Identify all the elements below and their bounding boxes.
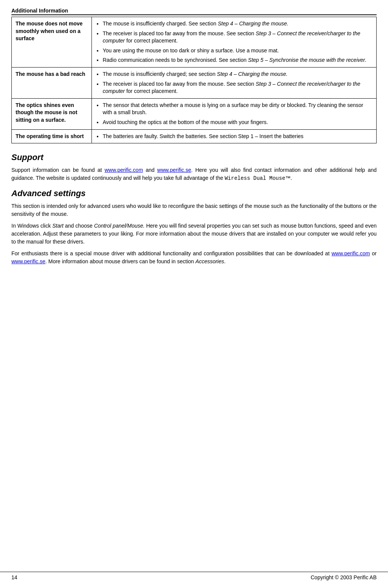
advanced-section-body: This section is intended only for advanc…: [11, 202, 377, 266]
list-item: The batteries are faulty. Switch the bat…: [103, 133, 372, 140]
perific-com-link-2[interactable]: www.perific.com: [331, 250, 370, 256]
table-row: The optics shines even though the mouse …: [12, 98, 377, 129]
advanced-para-3: For enthusiasts there is a special mouse…: [11, 250, 377, 266]
table-row: The mouse does not move smoothly when us…: [12, 17, 377, 68]
problem-label: The optics shines even though the mouse …: [16, 102, 77, 123]
troubleshooting-table: The mouse does not move smoothly when us…: [11, 17, 377, 143]
advanced-para-2: In Windows click Start and choose Contro…: [11, 222, 377, 246]
list-item: Radio communication needs to be synchron…: [103, 57, 372, 64]
problem-label: The operating time is short: [16, 133, 84, 139]
start-italic: Start: [52, 223, 64, 229]
problem-label: The mouse does not move smoothly when us…: [16, 20, 83, 41]
support-paragraph: Support information can be found at www.…: [11, 166, 377, 182]
problem-cell: The mouse does not move smoothly when us…: [12, 17, 92, 68]
support-section-body: Support information can be found at www.…: [11, 166, 377, 182]
advanced-para-1: This section is intended only for advanc…: [11, 202, 377, 218]
product-name: Wireless Dual Mouse: [225, 175, 285, 181]
problem-label: The mouse has a bad reach: [16, 71, 85, 77]
solution-cell: The mouse is insufficiently charged. See…: [92, 17, 377, 68]
copyright-text: Copyright © 2003 Perific AB: [311, 574, 377, 580]
solution-cell: The mouse is insufficiently charged; see…: [92, 67, 377, 98]
table-row: The operating time is short The batterie…: [12, 129, 377, 143]
perific-se-link-1[interactable]: www.perific.se: [157, 167, 191, 173]
control-panel-italic: Control panel/Mouse.: [94, 223, 145, 229]
list-item: Avoid touching the optics at the bottom …: [103, 119, 372, 126]
page-header: Additional Information: [11, 8, 377, 15]
solution-cell: The batteries are faulty. Switch the bat…: [92, 129, 377, 143]
list-item: You are using the mouse on too dark or s…: [103, 47, 372, 55]
list-item: The receiver is placed too far away from…: [103, 30, 372, 45]
page-footer: 14 Copyright © 2003 Perific AB: [0, 572, 388, 580]
accessories-italic: Accessories: [196, 258, 224, 264]
header-title: Additional Information: [11, 8, 68, 14]
page-number: 14: [11, 574, 17, 580]
list-item: The sensor that detects whether a mouse …: [103, 102, 372, 116]
support-section-title: Support: [11, 153, 377, 162]
problem-cell: The optics shines even though the mouse …: [12, 98, 92, 129]
problem-cell: The operating time is short: [12, 129, 92, 143]
perific-com-link-1[interactable]: www.perific.com: [104, 167, 143, 173]
list-item: The mouse is insufficiently charged; see…: [103, 71, 372, 78]
list-item: The mouse is insufficiently charged. See…: [103, 20, 372, 28]
table-row: The mouse has a bad reach The mouse is i…: [12, 67, 377, 98]
advanced-section-title: Advanced settings: [11, 189, 377, 198]
solution-cell: The sensor that detects whether a mouse …: [92, 98, 377, 129]
problem-cell: The mouse has a bad reach: [12, 67, 92, 98]
list-item: The receiver is placed too far away from…: [103, 80, 372, 95]
perific-se-link-2[interactable]: www.perific.se: [11, 258, 45, 264]
